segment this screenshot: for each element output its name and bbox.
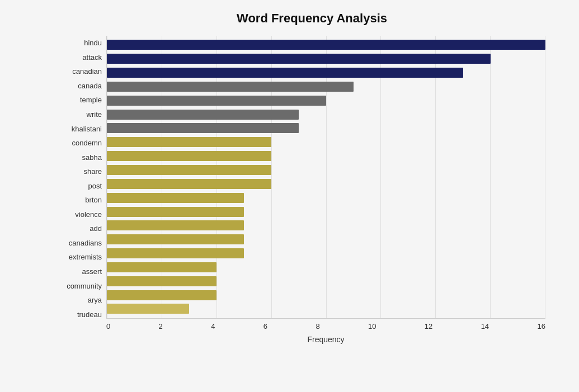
bar	[107, 276, 216, 286]
bar-row	[107, 52, 545, 66]
bar-row	[107, 66, 545, 80]
bar-row	[107, 163, 545, 177]
bar-row	[107, 274, 545, 288]
bar-row	[107, 219, 545, 233]
bar	[107, 304, 189, 314]
y-label: temple	[80, 96, 106, 103]
y-label: canadians	[69, 239, 106, 247]
x-tick: 10	[368, 322, 376, 330]
bar	[107, 234, 244, 244]
bar	[107, 137, 271, 147]
bar-row	[107, 121, 545, 135]
x-axis: 0246810121416	[106, 319, 545, 330]
y-label: community	[67, 282, 106, 290]
bar	[107, 40, 545, 50]
x-tick: 14	[481, 322, 489, 330]
bar	[107, 193, 244, 203]
x-tick: 12	[425, 322, 432, 330]
bar-row	[107, 177, 545, 191]
y-label: arya	[88, 296, 106, 304]
bars-list	[107, 36, 545, 318]
bar-row	[107, 261, 545, 275]
bar-row	[107, 135, 545, 149]
bar	[107, 207, 244, 217]
bars-and-xaxis: 0246810121416 Frequency	[106, 36, 545, 344]
bar-row	[107, 247, 545, 261]
y-label: add	[90, 225, 106, 232]
x-tick: 16	[537, 322, 545, 330]
bar-row	[107, 38, 545, 52]
y-label: hindu	[84, 39, 106, 46]
chart-container: Word Frequency Analysis hinduattackcanad…	[0, 0, 579, 392]
y-label: canada	[78, 82, 106, 89]
y-label: violence	[75, 211, 106, 218]
chart-title: Word Frequency Analysis	[56, 11, 545, 26]
y-label: extremists	[69, 253, 106, 261]
x-tick: 2	[159, 322, 163, 330]
y-label: post	[88, 182, 106, 190]
bar	[107, 68, 463, 78]
y-label: sabha	[82, 154, 106, 161]
y-label: condemn	[72, 139, 106, 147]
x-axis-label: Frequency	[106, 335, 545, 344]
y-labels: hinduattackcanadiancanadatemplewritekhal…	[56, 36, 106, 344]
bar	[107, 262, 216, 272]
bar-row	[107, 93, 545, 107]
bar	[107, 165, 271, 175]
bar	[107, 110, 299, 120]
x-tick: 0	[106, 322, 110, 330]
bars-area	[106, 36, 545, 319]
y-label: khalistani	[72, 125, 106, 133]
bar	[107, 54, 491, 64]
bar-row	[107, 80, 545, 94]
bar	[107, 123, 299, 133]
chart-area: hinduattackcanadiancanadatemplewritekhal…	[56, 36, 545, 344]
bar-row	[107, 107, 545, 121]
bar	[107, 151, 271, 161]
x-tick: 6	[263, 322, 267, 330]
bar-row	[107, 288, 545, 302]
bar	[107, 290, 216, 300]
y-label: share	[83, 168, 106, 175]
bar	[107, 248, 244, 258]
y-label: canadian	[72, 68, 106, 75]
bar-row	[107, 302, 545, 316]
bar	[107, 179, 271, 189]
bar-row	[107, 205, 545, 219]
bar-row	[107, 233, 545, 247]
x-tick: 8	[316, 322, 319, 330]
bar	[107, 220, 244, 230]
y-label: assert	[82, 268, 106, 275]
bar-row	[107, 149, 545, 163]
x-tick: 4	[211, 322, 215, 330]
y-label: brton	[85, 196, 106, 204]
bar	[107, 96, 326, 106]
bar	[107, 82, 354, 92]
y-label: write	[87, 111, 106, 118]
bar-row	[107, 191, 545, 205]
y-label: trudeau	[77, 311, 106, 318]
y-label: attack	[82, 54, 106, 61]
